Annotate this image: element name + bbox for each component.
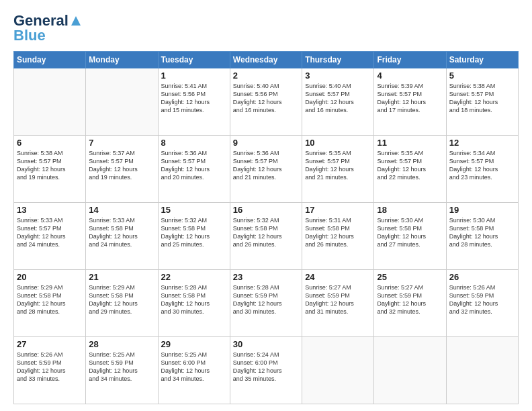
day-info: Sunrise: 5:37 AM Sunset: 5:57 PM Dayligh… — [89, 149, 154, 182]
calendar-cell: 3Sunrise: 5:40 AM Sunset: 5:57 PM Daylig… — [302, 68, 374, 136]
day-info: Sunrise: 5:34 AM Sunset: 5:57 PM Dayligh… — [449, 149, 515, 182]
calendar-cell — [302, 337, 374, 404]
calendar-cell: 22Sunrise: 5:28 AM Sunset: 5:58 PM Dayli… — [158, 270, 230, 337]
calendar-week-1: 1Sunrise: 5:41 AM Sunset: 5:56 PM Daylig… — [14, 68, 519, 136]
header: General Blue — [13, 12, 519, 44]
day-info: Sunrise: 5:39 AM Sunset: 5:57 PM Dayligh… — [377, 82, 443, 115]
day-info: Sunrise: 5:29 AM Sunset: 5:58 PM Dayligh… — [17, 283, 83, 316]
day-info: Sunrise: 5:32 AM Sunset: 5:58 PM Dayligh… — [161, 216, 227, 249]
day-number: 7 — [89, 138, 154, 148]
day-number: 13 — [17, 205, 83, 215]
calendar-cell: 12Sunrise: 5:34 AM Sunset: 5:57 PM Dayli… — [446, 136, 518, 203]
day-number: 29 — [161, 339, 227, 349]
calendar-cell: 24Sunrise: 5:27 AM Sunset: 5:59 PM Dayli… — [302, 270, 374, 337]
svg-marker-0 — [71, 16, 81, 26]
logo-icon — [69, 13, 83, 28]
calendar-cell: 23Sunrise: 5:28 AM Sunset: 5:59 PM Dayli… — [230, 270, 302, 337]
day-info: Sunrise: 5:33 AM Sunset: 5:57 PM Dayligh… — [17, 216, 83, 249]
day-info: Sunrise: 5:27 AM Sunset: 5:59 PM Dayligh… — [377, 283, 443, 316]
day-number: 8 — [161, 138, 227, 148]
calendar-cell: 29Sunrise: 5:25 AM Sunset: 6:00 PM Dayli… — [158, 337, 230, 404]
calendar-header-row: SundayMondayTuesdayWednesdayThursdayFrid… — [14, 52, 519, 68]
day-number: 1 — [161, 71, 227, 81]
logo-blue: Blue — [13, 27, 46, 44]
day-info: Sunrise: 5:28 AM Sunset: 5:58 PM Dayligh… — [161, 283, 227, 316]
day-info: Sunrise: 5:31 AM Sunset: 5:58 PM Dayligh… — [305, 216, 371, 249]
calendar-cell — [14, 68, 86, 136]
calendar-cell: 19Sunrise: 5:30 AM Sunset: 5:58 PM Dayli… — [446, 203, 518, 270]
calendar-cell: 26Sunrise: 5:26 AM Sunset: 5:59 PM Dayli… — [446, 270, 518, 337]
day-number: 6 — [17, 138, 83, 148]
day-info: Sunrise: 5:30 AM Sunset: 5:58 PM Dayligh… — [449, 216, 515, 249]
day-number: 22 — [161, 272, 227, 282]
calendar-cell: 10Sunrise: 5:35 AM Sunset: 5:57 PM Dayli… — [302, 136, 374, 203]
calendar-week-3: 13Sunrise: 5:33 AM Sunset: 5:57 PM Dayli… — [14, 203, 519, 270]
calendar-cell: 9Sunrise: 5:36 AM Sunset: 5:57 PM Daylig… — [230, 136, 302, 203]
day-number: 5 — [449, 71, 515, 81]
logo: General Blue — [13, 12, 83, 44]
day-info: Sunrise: 5:35 AM Sunset: 5:57 PM Dayligh… — [305, 149, 371, 182]
calendar-cell: 18Sunrise: 5:30 AM Sunset: 5:58 PM Dayli… — [374, 203, 446, 270]
calendar-cell: 5Sunrise: 5:38 AM Sunset: 5:57 PM Daylig… — [446, 68, 518, 136]
calendar-week-2: 6Sunrise: 5:38 AM Sunset: 5:57 PM Daylig… — [14, 136, 519, 203]
calendar-cell: 28Sunrise: 5:25 AM Sunset: 5:59 PM Dayli… — [86, 337, 158, 404]
day-number: 3 — [305, 71, 371, 81]
calendar-cell: 11Sunrise: 5:35 AM Sunset: 5:57 PM Dayli… — [374, 136, 446, 203]
page: General Blue SundayMondayTuesdayWednesda… — [0, 0, 532, 411]
day-number: 15 — [161, 205, 227, 215]
day-number: 12 — [449, 138, 515, 148]
col-header-saturday: Saturday — [446, 52, 518, 68]
calendar-cell: 21Sunrise: 5:29 AM Sunset: 5:58 PM Dayli… — [86, 270, 158, 337]
day-number: 19 — [449, 205, 515, 215]
day-number: 21 — [89, 272, 154, 282]
day-info: Sunrise: 5:32 AM Sunset: 5:58 PM Dayligh… — [233, 216, 299, 249]
day-info: Sunrise: 5:28 AM Sunset: 5:59 PM Dayligh… — [233, 283, 299, 316]
day-info: Sunrise: 5:40 AM Sunset: 5:56 PM Dayligh… — [233, 82, 299, 115]
day-number: 25 — [377, 272, 443, 282]
col-header-tuesday: Tuesday — [158, 52, 230, 68]
calendar-cell: 14Sunrise: 5:33 AM Sunset: 5:58 PM Dayli… — [86, 203, 158, 270]
day-number: 18 — [377, 205, 443, 215]
day-number: 14 — [89, 205, 154, 215]
calendar-cell: 27Sunrise: 5:26 AM Sunset: 5:59 PM Dayli… — [14, 337, 86, 404]
day-info: Sunrise: 5:25 AM Sunset: 6:00 PM Dayligh… — [161, 351, 227, 383]
calendar-cell — [446, 337, 518, 404]
calendar-week-4: 20Sunrise: 5:29 AM Sunset: 5:58 PM Dayli… — [14, 270, 519, 337]
day-info: Sunrise: 5:38 AM Sunset: 5:57 PM Dayligh… — [449, 82, 515, 115]
day-info: Sunrise: 5:27 AM Sunset: 5:59 PM Dayligh… — [305, 283, 371, 316]
day-number: 11 — [377, 138, 443, 148]
day-info: Sunrise: 5:41 AM Sunset: 5:56 PM Dayligh… — [161, 82, 227, 115]
calendar-week-5: 27Sunrise: 5:26 AM Sunset: 5:59 PM Dayli… — [14, 337, 519, 404]
day-number: 17 — [305, 205, 371, 215]
day-number: 30 — [233, 339, 299, 349]
calendar-cell: 30Sunrise: 5:24 AM Sunset: 6:00 PM Dayli… — [230, 337, 302, 404]
calendar-cell: 2Sunrise: 5:40 AM Sunset: 5:56 PM Daylig… — [230, 68, 302, 136]
col-header-wednesday: Wednesday — [230, 52, 302, 68]
day-info: Sunrise: 5:25 AM Sunset: 5:59 PM Dayligh… — [89, 351, 154, 383]
day-number: 10 — [305, 138, 371, 148]
day-number: 20 — [17, 272, 83, 282]
day-info: Sunrise: 5:35 AM Sunset: 5:57 PM Dayligh… — [377, 149, 443, 182]
calendar-cell: 25Sunrise: 5:27 AM Sunset: 5:59 PM Dayli… — [374, 270, 446, 337]
calendar-cell: 15Sunrise: 5:32 AM Sunset: 5:58 PM Dayli… — [158, 203, 230, 270]
calendar-cell: 7Sunrise: 5:37 AM Sunset: 5:57 PM Daylig… — [86, 136, 158, 203]
calendar-cell — [374, 337, 446, 404]
day-number: 24 — [305, 272, 371, 282]
col-header-monday: Monday — [86, 52, 158, 68]
calendar-cell: 20Sunrise: 5:29 AM Sunset: 5:58 PM Dayli… — [14, 270, 86, 337]
day-info: Sunrise: 5:26 AM Sunset: 5:59 PM Dayligh… — [449, 283, 515, 316]
day-number: 16 — [233, 205, 299, 215]
calendar-cell: 16Sunrise: 5:32 AM Sunset: 5:58 PM Dayli… — [230, 203, 302, 270]
day-info: Sunrise: 5:30 AM Sunset: 5:58 PM Dayligh… — [377, 216, 443, 249]
day-number: 27 — [17, 339, 83, 349]
col-header-friday: Friday — [374, 52, 446, 68]
calendar-cell: 17Sunrise: 5:31 AM Sunset: 5:58 PM Dayli… — [302, 203, 374, 270]
day-number: 4 — [377, 71, 443, 81]
day-number: 9 — [233, 138, 299, 148]
day-info: Sunrise: 5:36 AM Sunset: 5:57 PM Dayligh… — [161, 149, 227, 182]
calendar-cell: 1Sunrise: 5:41 AM Sunset: 5:56 PM Daylig… — [158, 68, 230, 136]
calendar-cell: 13Sunrise: 5:33 AM Sunset: 5:57 PM Dayli… — [14, 203, 86, 270]
day-info: Sunrise: 5:33 AM Sunset: 5:58 PM Dayligh… — [89, 216, 154, 249]
col-header-thursday: Thursday — [302, 52, 374, 68]
col-header-sunday: Sunday — [14, 52, 86, 68]
